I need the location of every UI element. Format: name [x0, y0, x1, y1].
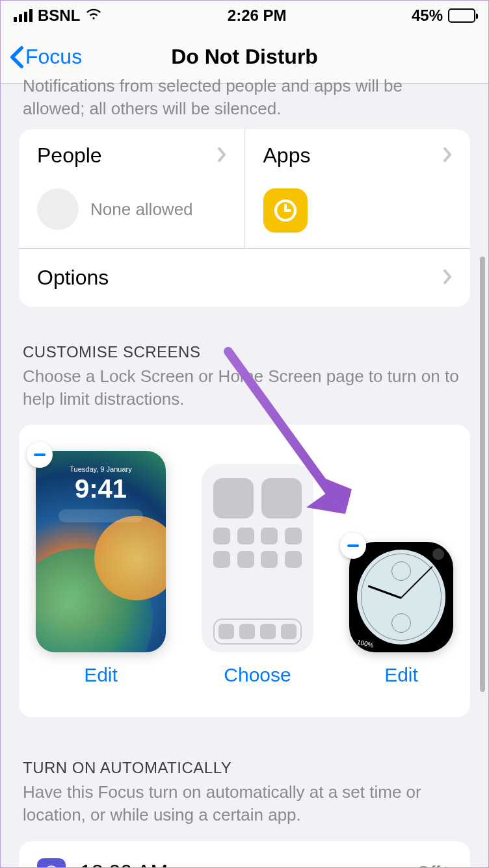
wifi-icon	[85, 5, 102, 26]
people-cell[interactable]: People None allowed	[19, 129, 245, 248]
schedule-time: 12:00 AM	[80, 860, 168, 868]
lock-screen-item[interactable]: Tuesday, 9 January 9:41 Edit	[36, 451, 166, 686]
home-screen-choose-button[interactable]: Choose	[224, 664, 291, 686]
chevron-right-icon	[444, 866, 452, 868]
intro-description: Notifications from selected people and a…	[1, 75, 488, 129]
people-status: None allowed	[90, 199, 193, 220]
person-placeholder-icon	[37, 188, 79, 230]
people-title: People	[37, 144, 102, 168]
apps-cell[interactable]: Apps	[245, 129, 471, 248]
cellular-signal-icon	[14, 9, 33, 22]
lock-screen-preview: Tuesday, 9 January 9:41	[36, 451, 166, 652]
battery-icon	[448, 8, 475, 23]
watch-face-preview: 100%	[349, 542, 453, 652]
section-title: CUSTOMISE SCREENS	[23, 343, 466, 361]
back-label: Focus	[25, 45, 82, 69]
chevron-left-icon	[10, 45, 24, 69]
watch-face-edit-button[interactable]: Edit	[384, 664, 418, 686]
lock-time: 9:41	[36, 474, 166, 504]
schedule-clock-icon	[37, 858, 66, 868]
home-screen-item[interactable]: Choose	[202, 464, 313, 686]
home-screen-preview	[202, 464, 313, 652]
schedule-row[interactable]: 12:00 AM Off	[19, 841, 470, 868]
chevron-right-icon	[443, 147, 452, 165]
chevron-right-icon	[443, 269, 452, 287]
options-row[interactable]: Options	[19, 249, 470, 307]
battery-percent: 45%	[412, 6, 443, 25]
lock-date: Tuesday, 9 January	[36, 465, 166, 473]
schedule-state: Off	[416, 862, 452, 868]
carrier-label: BSNL	[38, 6, 80, 25]
clock-app-icon	[263, 188, 308, 233]
customise-screens-header: CUSTOMISE SCREENS Choose a Lock Screen o…	[1, 307, 488, 413]
turn-on-auto-header: TURN ON AUTOMATICALLY Have this Focus tu…	[1, 717, 488, 829]
back-button[interactable]: Focus	[10, 45, 82, 69]
status-bar: BSNL 2:26 PM 45%	[1, 1, 488, 31]
allowed-card: People None allowed Apps	[19, 129, 470, 307]
screens-card: Tuesday, 9 January 9:41 Edit Choose	[19, 425, 470, 717]
options-label: Options	[37, 266, 109, 290]
section-subtitle: Choose a Lock Screen or Home Screen page…	[23, 365, 466, 411]
apps-title: Apps	[263, 144, 311, 168]
section-subtitle: Have this Focus turn on automatically at…	[23, 781, 466, 826]
lock-screen-edit-button[interactable]: Edit	[84, 664, 118, 686]
watch-face-item[interactable]: 100% Edit	[349, 542, 453, 686]
scroll-indicator[interactable]	[480, 257, 485, 692]
section-title: TURN ON AUTOMATICALLY	[23, 759, 466, 777]
watch-battery: 100%	[356, 639, 374, 649]
chevron-right-icon	[217, 147, 226, 165]
status-time: 2:26 PM	[228, 6, 287, 25]
